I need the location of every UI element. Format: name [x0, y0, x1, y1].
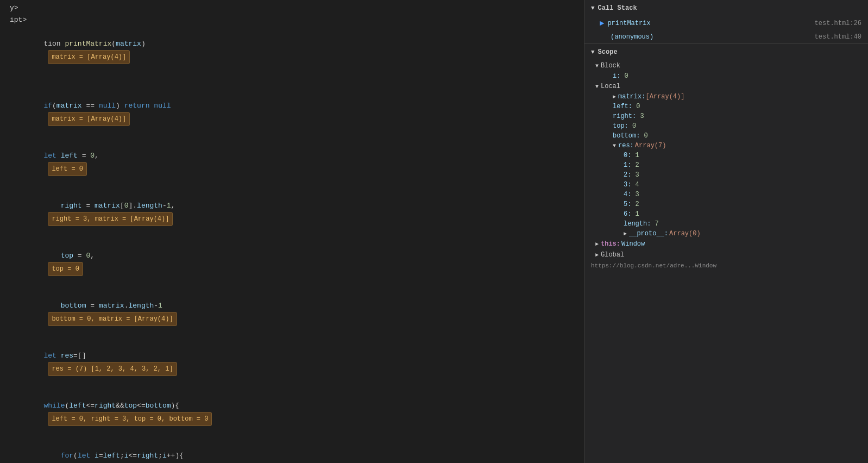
res-2-key: 2: [624, 171, 636, 179]
local-res-key: res: [618, 142, 634, 149]
block-label: Block [601, 62, 620, 70]
res-expand-icon: ▼ [613, 143, 616, 149]
call-stack-header[interactable]: ▼ Call Stack [584, 0, 868, 16]
code-editor: y> ipt> tion printMatrix(matrix) matrix … [0, 0, 584, 463]
debug-tooltip: matrix = [Array(4)] [48, 50, 130, 64]
frame-function-name: printMatrix [607, 20, 650, 27]
local-right-key: right: [613, 112, 640, 120]
res-0-val: 1 [636, 152, 639, 159]
local-matrix-key: matrix: [618, 93, 645, 101]
block-expand-icon: ▼ [595, 63, 599, 69]
this-expand-icon: ► [595, 241, 599, 247]
debug-tooltip: matrix = [Array(4)] [48, 112, 130, 126]
code-line [0, 76, 584, 88]
res-length-row: length: 7 [584, 219, 868, 229]
res-5-val: 2 [636, 201, 639, 208]
local-right-row: right: 3 [584, 111, 868, 121]
local-top-row: top: 0 [584, 121, 868, 131]
res-proto-val: Array(0) [669, 230, 701, 237]
active-frame-indicator: ► [600, 19, 604, 28]
call-stack-label: Call Stack [598, 4, 637, 12]
block-scope-header[interactable]: ▼ Block [584, 60, 868, 71]
debug-tooltip: res = (7) [1, 2, 3, 4, 3, 2, 1] [48, 362, 177, 376]
local-bottom-val: 0 [644, 132, 648, 140]
matrix-expand-icon: ► [613, 94, 616, 100]
res-item-6: 6: 1 [584, 209, 868, 219]
url-bar: https://blog.csdn.net/adre...Window [584, 260, 868, 271]
proto-expand-icon: ► [624, 231, 627, 237]
res-1-val: 2 [636, 161, 639, 169]
local-top-key: top: [613, 122, 632, 130]
res-4-key: 4: [624, 191, 636, 198]
local-res-row[interactable]: ▼ res: Array(7) [584, 141, 868, 151]
global-expand-icon: ► [595, 252, 599, 258]
res-6-val: 1 [636, 210, 639, 218]
frame-file-ref-anon: test.html:40 [815, 33, 861, 41]
scope-header[interactable]: ▼ Scope [584, 44, 868, 60]
code-line: y> [0, 2, 584, 14]
local-scope-header[interactable]: ▼ Local [584, 81, 868, 92]
code-line: bottom = matrix.length-1 bottom = 0, mat… [0, 288, 584, 338]
this-row[interactable]: ► this: Window [584, 239, 868, 249]
code-line: for(let i=left;i<=right;i++){ [0, 438, 584, 463]
code-line: if(matrix == null) return null matrix = … [0, 88, 584, 138]
res-0-key: 0: [624, 152, 636, 159]
frame-function-name-anon: (anonymous) [611, 33, 653, 41]
debug-tooltip: left = 0, right = 3, top = 0, bottom = 0 [48, 412, 212, 426]
res-item-5: 5: 2 [584, 199, 868, 209]
local-left-val: 0 [636, 103, 640, 110]
call-stack-arrow: ▼ [591, 5, 595, 11]
block-i-val: 0 [625, 72, 628, 80]
local-left-key: left: [613, 103, 636, 110]
code-line: right = matrix[0].length-1, right = 3, m… [0, 188, 584, 238]
res-item-0: 0: 1 [584, 151, 868, 160]
local-bottom-key: bottom: [613, 132, 644, 140]
res-2-val: 3 [636, 171, 639, 179]
scope-label: Scope [598, 48, 618, 56]
debug-tooltip: bottom = 0, matrix = [Array(4)] [48, 312, 177, 326]
res-1-key: 1: [624, 161, 636, 169]
local-expand-icon: ▼ [595, 84, 599, 90]
res-item-3: 3: 4 [584, 180, 868, 190]
local-left-row: left: 0 [584, 102, 868, 111]
block-i-row: i: 0 [584, 71, 868, 81]
local-scope-section: ▼ Local ► matrix: [Array(4)] left: 0 rig… [584, 81, 868, 239]
debug-tooltip: top = 0 [48, 262, 83, 276]
res-proto-key: __proto__: [629, 230, 668, 237]
code-panel: y> ipt> tion printMatrix(matrix) matrix … [0, 0, 584, 463]
scope-arrow: ▼ [591, 49, 595, 55]
local-bottom-row: bottom: 0 [584, 131, 868, 141]
local-matrix-row[interactable]: ► matrix: [Array(4)] [584, 92, 868, 102]
res-length-key: length: [624, 220, 655, 228]
global-row[interactable]: ► Global [584, 249, 868, 260]
debug-tooltip: right = 3, matrix = [Array(4)] [48, 212, 173, 226]
code-line: let res=[] res = (7) [1, 2, 3, 4, 3, 2, … [0, 338, 584, 388]
this-key: this: [601, 240, 620, 248]
global-label: Global [601, 251, 624, 259]
block-i-key: i: [613, 72, 625, 80]
local-top-val: 0 [632, 122, 636, 130]
res-item-4: 4: 3 [584, 190, 868, 199]
block-scope-section: ▼ Block i: 0 [584, 60, 868, 81]
call-stack-item-printmatrix[interactable]: ► printMatrix test.html:26 [584, 16, 868, 30]
res-proto-row[interactable]: ► __proto__: Array(0) [584, 229, 868, 239]
res-5-key: 5: [624, 201, 636, 208]
local-right-val: 3 [640, 112, 644, 120]
local-label: Local [601, 83, 620, 90]
res-4-val: 3 [636, 191, 639, 198]
local-res-val: Array(7) [635, 142, 666, 149]
local-matrix-val: [Array(4)] [645, 93, 684, 101]
res-6-key: 6: [624, 210, 636, 218]
right-panel: ▼ Call Stack ► printMatrix test.html:26 … [584, 0, 868, 463]
frame-file-ref: test.html:26 [815, 20, 861, 27]
code-line: while(left<=right&&top<=bottom){ left = … [0, 388, 584, 438]
debug-tooltip: left = 0 [48, 162, 87, 176]
res-length-val: 7 [655, 220, 659, 228]
res-item-2: 2: 3 [584, 170, 868, 180]
res-item-1: 1: 2 [584, 160, 868, 170]
code-line: top = 0, top = 0 [0, 238, 584, 288]
res-3-key: 3: [624, 181, 636, 189]
code-line: tion printMatrix(matrix) matrix = [Array… [0, 26, 584, 76]
call-stack-item-anonymous[interactable]: (anonymous) test.html:40 [584, 30, 868, 43]
code-line: ipt> [0, 14, 584, 26]
